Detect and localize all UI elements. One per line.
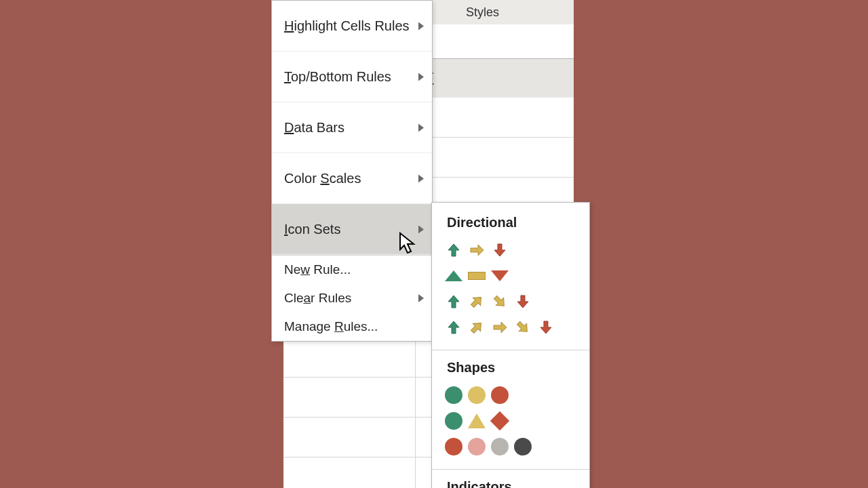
arrow-down-icon — [513, 292, 532, 311]
arrow-up-icon — [444, 292, 463, 311]
menu-item-label: Manage Rules... — [284, 319, 378, 334]
circle-black-icon — [513, 437, 532, 456]
submenu-section-shapes: Shapes — [432, 353, 589, 380]
submenu-separator — [432, 350, 589, 350]
circle-red-icon — [490, 386, 509, 405]
chevron-right-icon — [418, 291, 424, 306]
menu-item-label: Top/Bottom Rules — [284, 69, 391, 85]
arrow-down-icon — [490, 241, 509, 260]
circle-pink-icon — [467, 437, 486, 456]
menu-item-icon-sets[interactable]: Icon Sets — [272, 204, 432, 255]
menu-item-label: Data Bars — [284, 120, 344, 136]
icon-set-3-arrows-colored[interactable] — [444, 237, 589, 263]
menu-item-clear-rules[interactable]: Clear Rules — [272, 284, 432, 312]
circle-green-icon — [444, 411, 463, 430]
icon-set-5-arrows-colored[interactable] — [444, 314, 589, 340]
icon-sets-submenu: Directional — [431, 202, 590, 488]
conditional-formatting-menu: Highlight Cells Rules Top/Bottom Rules D… — [271, 0, 433, 342]
arrow-right-icon — [467, 241, 486, 260]
arrow-right-icon — [490, 318, 509, 337]
icon-set-3-triangles[interactable] — [444, 263, 589, 289]
chevron-right-icon — [418, 69, 424, 85]
menu-item-label: New Rule... — [284, 262, 351, 277]
chevron-right-icon — [418, 171, 424, 186]
circle-yellow-icon — [467, 386, 486, 405]
arrow-downright-icon — [513, 318, 532, 337]
triangle-up-icon — [444, 266, 463, 285]
menu-item-highlight-cells-rules[interactable]: Highlight Cells Rules — [272, 1, 432, 52]
arrow-up-icon — [444, 318, 463, 337]
chevron-right-icon — [418, 18, 424, 34]
submenu-separator — [432, 469, 589, 470]
menu-item-label: Highlight Cells Rules — [284, 18, 410, 34]
triangle-down-icon — [490, 266, 509, 285]
menu-item-label: Clear Rules — [284, 291, 351, 306]
chevron-right-icon — [418, 120, 424, 136]
submenu-section-directional: Directional — [432, 208, 589, 235]
diamond-red-icon — [490, 411, 509, 430]
chevron-right-icon — [418, 222, 424, 237]
arrow-up-icon — [444, 241, 463, 260]
ribbon-group-label: Styles — [466, 5, 499, 20]
arrow-downright-icon — [490, 292, 509, 311]
submenu-section-indicators: Indicators — [432, 472, 589, 488]
menu-item-manage-rules[interactable]: Manage Rules... — [272, 312, 432, 341]
menu-item-label: Color Scales — [284, 171, 361, 186]
bar-icon — [467, 266, 486, 285]
arrow-down-icon — [536, 318, 555, 337]
circle-red-icon — [444, 437, 463, 456]
icon-set-4-arrows-colored[interactable] — [444, 289, 589, 314]
menu-item-new-rule[interactable]: New Rule... — [272, 256, 432, 284]
menu-item-color-scales[interactable]: Color Scales — [272, 153, 432, 204]
triangle-yellow-icon — [467, 411, 486, 430]
icon-set-3-traffic-lights[interactable] — [444, 382, 589, 408]
circle-silver-icon — [490, 437, 509, 456]
menu-item-label: Icon Sets — [284, 222, 340, 237]
menu-item-top-bottom-rules[interactable]: Top/Bottom Rules — [272, 52, 432, 102]
menu-item-data-bars[interactable]: Data Bars — [272, 102, 432, 153]
arrow-upright-icon — [467, 318, 486, 337]
arrow-upright-icon — [467, 292, 486, 311]
icon-set-3-signs[interactable] — [444, 408, 589, 434]
icon-set-4-lights[interactable] — [444, 434, 589, 460]
circle-green-icon — [444, 386, 463, 405]
